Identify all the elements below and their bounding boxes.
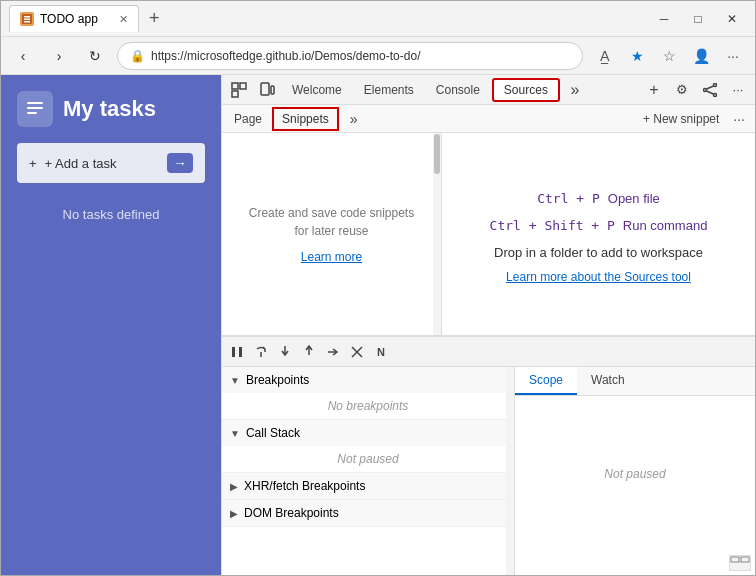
devtools-more-button[interactable]: ··· xyxy=(725,77,751,103)
new-snippet-button[interactable]: + New snippet xyxy=(637,110,725,128)
lock-icon: 🔒 xyxy=(130,49,145,63)
breakpoints-section: ▼ Breakpoints No breakpoints xyxy=(222,367,514,420)
snippets-content: Create and save code snippets for later … xyxy=(222,133,441,335)
url-bar[interactable]: 🔒 https://microsoftedge.github.io/Demos/… xyxy=(117,42,583,70)
pause-button[interactable] xyxy=(226,341,248,363)
dom-breakpoints-label: DOM Breakpoints xyxy=(244,506,339,520)
close-button[interactable]: ✕ xyxy=(717,8,747,30)
todo-title: My tasks xyxy=(63,96,156,122)
todo-app: My tasks + + Add a task → No tasks defin… xyxy=(1,75,221,575)
devtools-sub-toolbar: Page Snippets » + New snippet ··· xyxy=(222,105,755,133)
sub-tab-page[interactable]: Page xyxy=(226,109,270,129)
window-controls: ─ □ ✕ xyxy=(649,8,747,30)
svg-rect-6 xyxy=(27,112,37,114)
step-out-button[interactable] xyxy=(298,341,320,363)
scope-tab[interactable]: Scope xyxy=(515,367,577,395)
svg-line-16 xyxy=(707,91,714,94)
favorites-button[interactable]: ★ xyxy=(623,42,651,70)
read-view-button[interactable]: A̲ xyxy=(591,42,619,70)
add-tab-button[interactable]: + xyxy=(641,77,667,103)
no-tasks-text: No tasks defined xyxy=(17,207,205,222)
address-actions: A̲ ★ ☆ 👤 ··· xyxy=(591,42,747,70)
add-task-text: + Add a task xyxy=(45,156,117,171)
collections-button[interactable]: ☆ xyxy=(655,42,683,70)
scope-watch-panel: Scope Watch Not paused xyxy=(515,367,755,575)
forward-button[interactable]: › xyxy=(45,42,73,70)
step-over-button[interactable] xyxy=(250,341,272,363)
svg-rect-28 xyxy=(741,557,749,562)
run-command-label: Run command xyxy=(623,218,708,233)
tab-console[interactable]: Console xyxy=(426,79,490,101)
snippets-scrollbar[interactable] xyxy=(433,133,441,335)
breakpoints-header[interactable]: ▼ Breakpoints xyxy=(222,367,514,393)
devtools-device-button[interactable] xyxy=(254,77,280,103)
address-bar: ‹ › ↻ 🔒 https://microsoftedge.github.io/… xyxy=(1,37,755,75)
maximize-button[interactable]: □ xyxy=(683,8,713,30)
svg-rect-3 xyxy=(24,21,30,23)
browser-tab[interactable]: TODO app ✕ xyxy=(9,5,139,32)
watch-tab[interactable]: Watch xyxy=(577,367,639,395)
debugger-scrollbar[interactable] xyxy=(506,367,514,575)
xhr-label: XHR/fetch Breakpoints xyxy=(244,479,365,493)
add-task-button[interactable]: + + Add a task → xyxy=(17,143,205,183)
more-button[interactable]: ··· xyxy=(719,42,747,70)
scope-tabs: Scope Watch xyxy=(515,367,755,396)
shortcut-run-command: Ctrl + Shift + P Run command xyxy=(490,218,708,233)
call-stack-section: ▼ Call Stack Not paused xyxy=(222,420,514,473)
tab-sources[interactable]: Sources xyxy=(492,78,560,102)
profile-button[interactable]: 👤 xyxy=(687,42,715,70)
sub-more-button[interactable]: » xyxy=(341,106,367,132)
snippets-more-button[interactable]: ··· xyxy=(727,109,751,129)
back-button[interactable]: ‹ xyxy=(9,42,37,70)
not-paused-text: Not paused xyxy=(604,467,665,481)
svg-rect-27 xyxy=(731,557,739,562)
svg-rect-8 xyxy=(240,83,246,89)
svg-point-12 xyxy=(704,88,707,91)
browser-window: TODO app ✕ + ─ □ ✕ ‹ › ↻ 🔒 https://micro… xyxy=(0,0,756,576)
open-file-label: Open file xyxy=(608,191,660,206)
xhr-header[interactable]: ▶ XHR/fetch Breakpoints xyxy=(222,473,514,499)
svg-rect-17 xyxy=(232,347,235,357)
minimize-button[interactable]: ─ xyxy=(649,8,679,30)
shortcut-open-file: Ctrl + P Open file xyxy=(537,191,660,206)
call-stack-header[interactable]: ▼ Call Stack xyxy=(222,420,514,446)
scope-icon[interactable] xyxy=(729,555,751,571)
bottom-toolbar: N xyxy=(222,337,755,367)
devtools-panel: Welcome Elements Console Sources » + ⚙ ·… xyxy=(221,75,755,575)
snippets-description: Create and save code snippets for later … xyxy=(242,204,421,240)
xhr-triangle: ▶ xyxy=(230,481,238,492)
svg-point-13 xyxy=(714,83,717,86)
debugger-panel: ▼ Breakpoints No breakpoints ▼ Call Stac… xyxy=(222,367,515,575)
xhr-section: ▶ XHR/fetch Breakpoints xyxy=(222,473,514,500)
bottom-split: ▼ Breakpoints No breakpoints ▼ Call Stac… xyxy=(222,367,755,575)
svg-rect-11 xyxy=(271,86,274,94)
new-tab-button[interactable]: + xyxy=(145,8,164,29)
tab-elements[interactable]: Elements xyxy=(354,79,424,101)
svg-rect-1 xyxy=(24,16,30,18)
tab-title: TODO app xyxy=(40,12,98,26)
deactivate-button[interactable] xyxy=(346,341,368,363)
sources-learn-more-link[interactable]: Learn more about the Sources tool xyxy=(506,270,691,284)
sub-tab-snippets[interactable]: Snippets xyxy=(272,107,339,131)
devtools-inspect-button[interactable] xyxy=(226,77,252,103)
more-tabs-button[interactable]: » xyxy=(562,77,588,103)
svg-point-14 xyxy=(714,93,717,96)
dom-breakpoints-section: ▶ DOM Breakpoints xyxy=(222,500,514,527)
svg-rect-4 xyxy=(27,102,43,104)
settings-button[interactable]: ⚙ xyxy=(669,77,695,103)
step-into-button[interactable] xyxy=(274,341,296,363)
tab-favicon xyxy=(20,12,34,26)
refresh-button[interactable]: ↻ xyxy=(81,42,109,70)
dom-breakpoints-header[interactable]: ▶ DOM Breakpoints xyxy=(222,500,514,526)
share-button[interactable] xyxy=(697,77,723,103)
tab-welcome[interactable]: Welcome xyxy=(282,79,352,101)
scope-content: Not paused xyxy=(515,396,755,551)
call-stack-empty-text: Not paused xyxy=(222,446,514,472)
svg-rect-5 xyxy=(27,107,43,109)
step-button[interactable] xyxy=(322,341,344,363)
snippets-learn-more-link[interactable]: Learn more xyxy=(301,250,362,264)
dom-triangle: ▶ xyxy=(230,508,238,519)
long-resume-button[interactable]: N xyxy=(370,341,392,363)
tab-close-button[interactable]: ✕ xyxy=(119,13,128,26)
svg-rect-9 xyxy=(232,91,238,97)
